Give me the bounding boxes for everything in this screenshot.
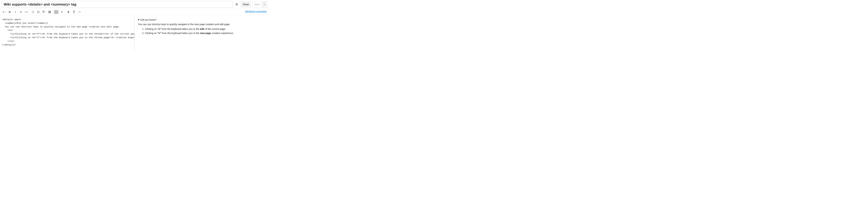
checklist-button[interactable] xyxy=(42,9,46,14)
save-button[interactable]: Save xyxy=(252,1,262,7)
checklist-icon xyxy=(43,10,45,13)
preview-summary[interactable]: Did you know? xyxy=(138,18,266,22)
chevron-down-icon xyxy=(264,3,265,5)
toolbar: A B I </> 1 2 3 xyxy=(0,9,269,15)
preview-pane: Did you know? You can use shortcut keys … xyxy=(134,15,269,51)
abc-button[interactable]: ABC xyxy=(54,9,59,14)
preview-intro: You can use shortcut keys to quickly nav… xyxy=(138,22,266,26)
paste-button[interactable] xyxy=(71,9,76,14)
bold-button[interactable]: B xyxy=(7,9,12,14)
svg-rect-29 xyxy=(73,11,75,13)
svg-point-16 xyxy=(37,13,38,13)
chevron-down-icon xyxy=(4,11,6,13)
svg-text:3: 3 xyxy=(32,12,32,13)
list-item: Clicking on "n" from the keyboard takes … xyxy=(145,31,266,35)
code-button[interactable]: </> xyxy=(24,9,29,14)
svg-rect-22 xyxy=(49,11,51,13)
markdown-supported-link[interactable]: Markdown supported. xyxy=(245,10,267,13)
source-editor[interactable]: <details open> <summary>Did you know?</s… xyxy=(0,15,134,51)
table-button[interactable] xyxy=(47,9,52,14)
svg-point-14 xyxy=(37,12,38,12)
attach-button[interactable] xyxy=(66,9,71,14)
abc-icon: ABC xyxy=(55,11,58,13)
ordered-list-button[interactable]: 1 2 3 xyxy=(31,9,35,14)
paperclip-icon xyxy=(67,10,70,13)
text-color-button[interactable]: A xyxy=(2,9,7,14)
svg-point-12 xyxy=(37,11,38,11)
svg-point-33 xyxy=(80,12,81,12)
svg-point-32 xyxy=(79,12,80,12)
hash-button[interactable]: # xyxy=(59,9,64,14)
page-title-input[interactable] xyxy=(2,1,233,8)
table-icon xyxy=(48,10,51,13)
italic-button[interactable]: I xyxy=(13,9,18,14)
ul-icon xyxy=(37,10,40,13)
header: Close Save xyxy=(0,0,269,9)
adjust-icon-button[interactable] xyxy=(234,1,239,7)
save-dropdown[interactable] xyxy=(262,1,267,7)
more-button[interactable] xyxy=(77,9,82,14)
link-icon xyxy=(20,10,22,13)
list-item: Clicking on "e" from the keyboard takes … xyxy=(145,27,266,31)
preview-details[interactable]: Did you know? You can use shortcut keys … xyxy=(138,18,266,35)
close-button[interactable]: Close xyxy=(241,1,251,7)
clipboard-icon xyxy=(73,10,75,13)
save-group: Save xyxy=(252,1,267,7)
ellipsis-icon xyxy=(78,10,81,13)
editor-area: <details open> <summary>Did you know?</s… xyxy=(0,15,269,51)
link-button[interactable] xyxy=(19,9,23,14)
ol-icon: 1 2 3 xyxy=(32,10,34,13)
unordered-list-button[interactable] xyxy=(36,9,41,14)
svg-rect-20 xyxy=(43,12,43,12)
preview-list: Clicking on "e" from the keyboard takes … xyxy=(138,27,266,35)
svg-rect-18 xyxy=(43,11,43,11)
svg-text:ABC: ABC xyxy=(55,11,58,13)
svg-point-31 xyxy=(79,12,79,12)
